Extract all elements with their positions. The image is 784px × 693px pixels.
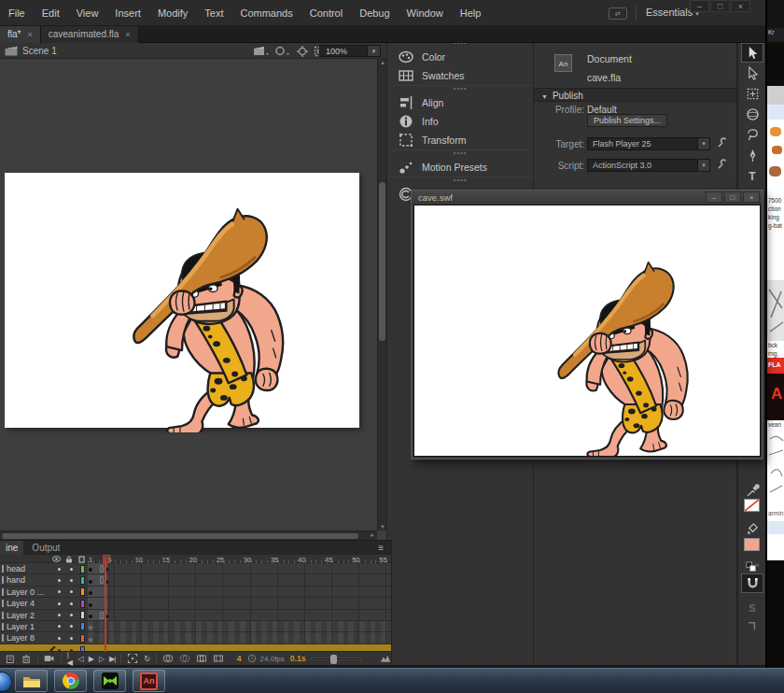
menu-file[interactable]: File (0, 0, 34, 26)
tool-subselection[interactable] (741, 64, 763, 83)
scrollbar-thumb[interactable] (379, 182, 385, 341)
layer-name[interactable]: hand (7, 575, 25, 585)
close-button[interactable]: × (743, 191, 760, 203)
taskbar-capture[interactable] (93, 670, 126, 692)
lock-icon[interactable] (65, 556, 73, 563)
swf-preview-window[interactable]: cave.swf – □ × (411, 190, 763, 460)
publish-settings-button[interactable]: Publish Settings... (587, 114, 667, 127)
layer-lock-dot[interactable] (70, 579, 73, 582)
camera-button[interactable] (44, 653, 55, 664)
timeline-layer-row[interactable]: head (0, 563, 391, 574)
layer-name[interactable]: Layer 8 (7, 633, 35, 643)
scroll-up-arrow[interactable]: ▲ (378, 60, 386, 65)
workspace-switcher-icon[interactable]: ⇄ (609, 7, 627, 20)
tab-output[interactable]: Output (23, 541, 68, 555)
stroke-color-swatch[interactable] (744, 499, 760, 512)
go-last-frame-button[interactable]: ▶| (109, 655, 115, 663)
publish-section-header[interactable]: ▼Publish (534, 88, 736, 102)
layer-visible-dot[interactable] (58, 614, 61, 616)
tool-eyedropper[interactable] (741, 481, 763, 501)
modify-markers-button[interactable] (213, 653, 224, 664)
taskbar-chrome[interactable] (54, 670, 87, 692)
layer-frames-strip[interactable] (88, 621, 391, 631)
document-tab[interactable]: fla*× (0, 26, 41, 43)
close-tab-icon[interactable]: × (125, 26, 130, 43)
panel-menu-icon[interactable]: ≡ (378, 543, 384, 553)
layer-visible-dot[interactable] (58, 590, 61, 593)
menu-help[interactable]: Help (452, 0, 490, 26)
timeline-zoom-slider[interactable] (311, 658, 361, 660)
swf-window-titlebar[interactable]: cave.swf – □ × (412, 191, 763, 205)
panel-group-grip[interactable]: •••• (387, 85, 533, 93)
layer-name[interactable]: head (7, 564, 25, 573)
menu-text[interactable]: Text (196, 0, 231, 26)
zoom-level-dropdown[interactable]: 100% ▼ (319, 45, 381, 57)
center-stage-icon[interactable] (297, 46, 308, 57)
layer-visible-dot[interactable] (58, 637, 61, 640)
maximize-button[interactable]: □ (724, 191, 741, 203)
script-dropdown[interactable]: ActionScript 3.0 ▼ (587, 159, 710, 172)
tool-lasso[interactable] (741, 125, 763, 145)
scroll-down-arrow[interactable]: ▼ (378, 524, 386, 530)
layer-name[interactable]: Layer 2 (7, 611, 35, 620)
horizontal-scrollbar[interactable]: ► (0, 530, 377, 540)
tool-smooth[interactable]: S (741, 598, 763, 617)
layer-lock-dot[interactable] (70, 602, 73, 605)
close-button[interactable]: × (731, 0, 750, 12)
play-button[interactable]: ▶ (89, 655, 93, 663)
vertical-scrollbar[interactable]: ▲ ▼ (377, 59, 386, 530)
minimize-button[interactable]: – (690, 0, 709, 12)
dock-item-transform[interactable]: Transform (387, 131, 533, 149)
outline-icon[interactable] (78, 556, 85, 563)
layer-frames-strip[interactable] (88, 598, 391, 608)
dock-item-swatches[interactable]: Swatches (387, 66, 533, 85)
tool-text[interactable]: T (741, 166, 763, 186)
scene-breadcrumb[interactable]: Scene 1 (22, 46, 57, 56)
edit-symbols-icon[interactable] (275, 46, 290, 56)
layer-frames-strip[interactable] (88, 632, 391, 643)
menu-view[interactable]: View (68, 0, 107, 26)
menu-debug[interactable]: Debug (351, 0, 398, 26)
timeline-layer-row[interactable]: Layer 1 (0, 621, 391, 632)
scroll-right-arrow[interactable]: ► (370, 532, 375, 538)
layer-visible-dot[interactable] (58, 568, 61, 571)
delete-layer-button[interactable] (21, 654, 32, 664)
tool-straighten[interactable] (741, 616, 763, 636)
eye-icon[interactable] (52, 556, 61, 562)
onion-skin-button[interactable] (162, 653, 174, 664)
maximize-button[interactable]: □ (710, 0, 730, 12)
dock-item-motion-presets[interactable]: Motion Presets (387, 158, 533, 177)
center-frame-button[interactable] (127, 653, 138, 664)
caveman-artwork-stage[interactable] (100, 195, 301, 432)
layer-name[interactable]: Layer 4 (7, 599, 35, 608)
tool-paint-bucket[interactable] (741, 519, 763, 539)
dock-item-align[interactable]: Align (387, 93, 533, 112)
panel-group-grip[interactable]: •••• (387, 177, 533, 185)
minimize-button[interactable]: – (706, 191, 722, 203)
timeline-layer-row[interactable]: Layer 2 (0, 610, 391, 621)
step-forward-button[interactable]: ▷ (99, 655, 104, 663)
slider-knob[interactable] (330, 655, 337, 664)
start-button[interactable] (0, 672, 12, 692)
stage-pasteboard[interactable]: ▲ ▼ ► (0, 59, 386, 540)
onion-outline-button[interactable] (179, 653, 190, 664)
layer-visible-dot[interactable] (58, 602, 61, 605)
timeline-layer-row[interactable]: Layer 0 ... (0, 587, 391, 598)
tool-selection[interactable] (741, 43, 763, 63)
layer-lock-dot[interactable] (70, 625, 73, 628)
new-layer-button[interactable] (6, 654, 16, 664)
layer-name[interactable]: Layer 0 ... (7, 587, 44, 597)
go-first-frame-button[interactable]: |◀ (67, 650, 73, 667)
layer-visible-dot[interactable] (58, 579, 61, 582)
layer-lock-dot[interactable] (70, 590, 73, 593)
edit-multiple-frames-button[interactable] (196, 653, 207, 664)
menu-edit[interactable]: Edit (34, 0, 68, 26)
edit-scene-icon[interactable] (254, 47, 269, 56)
dock-item-color[interactable]: Color (387, 48, 533, 66)
layer-visible-dot[interactable] (58, 625, 61, 628)
layer-frames-strip[interactable] (88, 563, 391, 573)
resize-timeline-icon[interactable] (380, 653, 391, 664)
timeline-layer-row[interactable]: hand (0, 574, 391, 586)
step-back-button[interactable]: ◁ (78, 655, 83, 663)
taskbar-explorer[interactable] (15, 670, 48, 692)
